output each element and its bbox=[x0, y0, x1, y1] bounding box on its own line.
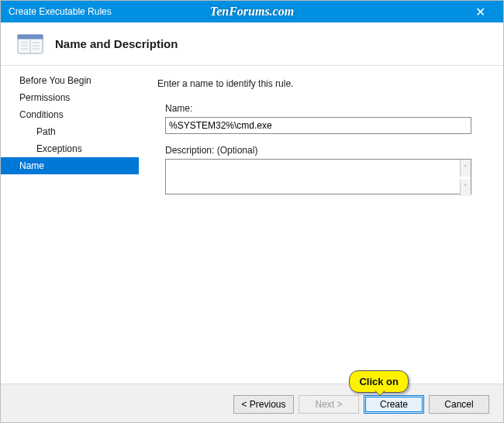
step-conditions[interactable]: Conditions bbox=[1, 106, 139, 123]
description-input[interactable] bbox=[165, 159, 471, 194]
content: Before You Begin Permissions Conditions … bbox=[1, 66, 503, 383]
svg-rect-1 bbox=[18, 35, 43, 39]
close-icon: ✕ bbox=[475, 5, 485, 19]
titlebar: Create Executable Rules TenForums.com ✕ bbox=[1, 1, 503, 22]
step-exceptions[interactable]: Exceptions bbox=[1, 140, 139, 157]
description-label: Description: (Optional) bbox=[165, 145, 488, 156]
callout-annotation: Click on bbox=[349, 370, 409, 393]
intro-text: Enter a name to identify this rule. bbox=[157, 78, 488, 89]
step-before-you-begin[interactable]: Before You Begin bbox=[1, 72, 139, 89]
name-field-block: Name: bbox=[165, 103, 488, 134]
watermark: TenForums.com bbox=[210, 5, 294, 19]
name-label: Name: bbox=[165, 103, 488, 114]
close-button[interactable]: ✕ bbox=[464, 1, 495, 22]
description-field-block: Description: (Optional) ˄ ˅ bbox=[165, 145, 488, 197]
window-title: Create Executable Rules bbox=[9, 6, 112, 17]
wizard-footer: Click on < Previous Next > Create Cancel bbox=[1, 383, 503, 423]
wizard-header: Name and Description bbox=[1, 22, 503, 66]
step-permissions[interactable]: Permissions bbox=[1, 89, 139, 106]
step-name[interactable]: Name bbox=[1, 157, 139, 174]
page-title: Name and Description bbox=[55, 37, 178, 50]
name-input[interactable] bbox=[165, 117, 471, 134]
spinner-up-icon[interactable]: ˄ bbox=[460, 160, 471, 177]
previous-button[interactable]: < Previous bbox=[233, 395, 294, 414]
create-button[interactable]: Create bbox=[364, 395, 424, 414]
wizard-sidebar: Before You Begin Permissions Conditions … bbox=[1, 66, 139, 383]
spinner-down-icon[interactable]: ˅ bbox=[460, 179, 471, 196]
next-button: Next > bbox=[299, 395, 359, 414]
main-panel: Enter a name to identify this rule. Name… bbox=[139, 66, 503, 383]
header-icon bbox=[16, 33, 44, 56]
cancel-button[interactable]: Cancel bbox=[429, 395, 489, 414]
step-path[interactable]: Path bbox=[1, 123, 139, 140]
